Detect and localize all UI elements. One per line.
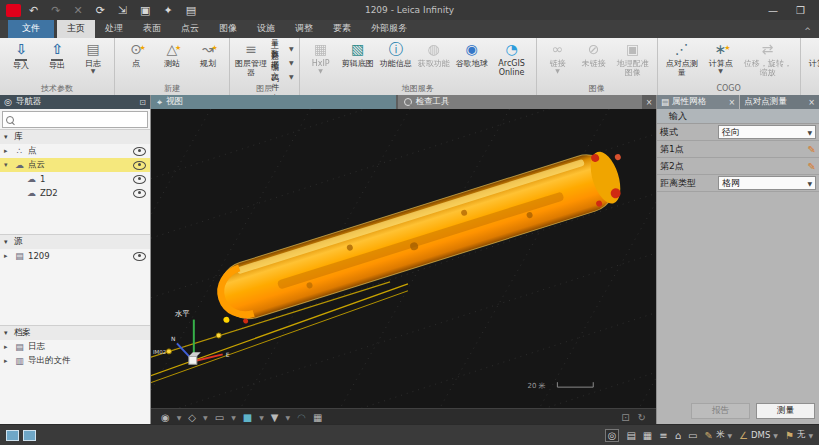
eye-icon[interactable] <box>133 175 146 184</box>
report-icon[interactable]: ▤ <box>186 5 196 16</box>
minimize-button[interactable]: — <box>768 5 778 16</box>
tab-point-clouds[interactable]: 点云 <box>171 20 209 38</box>
layers-icon[interactable]: ≡ <box>659 430 667 441</box>
import-button[interactable]: ⇩ 导入 <box>3 39 39 72</box>
ribbon-collapse-icon[interactable]: ^ <box>804 27 811 36</box>
feature-info-button[interactable]: ⓘ 功能信息 <box>377 39 415 70</box>
new-plan-button[interactable]: ↝ 规划 <box>190 39 226 70</box>
eye-icon[interactable] <box>133 252 146 261</box>
tab-file[interactable]: 文件 <box>8 20 54 38</box>
3d-canvas[interactable]: N E 水平 IM02 20 米 <box>151 109 656 408</box>
close-icon[interactable]: × <box>729 98 736 107</box>
undo-icon[interactable]: ↶ <box>29 5 38 16</box>
mode-dropdown[interactable]: 径向▼ <box>718 125 816 139</box>
grid-view-icon[interactable]: ▦ <box>643 430 652 441</box>
eye-icon[interactable] <box>133 147 146 156</box>
eye-icon[interactable] <box>133 189 146 198</box>
grid-icon[interactable]: ▦ <box>313 412 322 423</box>
tree-section-source[interactable]: ▾源 <box>0 234 150 249</box>
tree-item-cloud-1[interactable]: ☁ 1 <box>0 172 150 186</box>
inspect-icon[interactable]: ▤ <box>626 430 635 441</box>
restore-button[interactable]: ❐ <box>796 5 805 16</box>
redo-icon[interactable]: ↷ <box>51 5 60 16</box>
tools-icon[interactable]: ✦ <box>164 5 173 16</box>
tab-inspect-tools[interactable]: 检查工具 <box>398 95 643 109</box>
window-thumb-icon[interactable] <box>6 430 19 441</box>
new-point-button[interactable]: ⊙ 点 <box>118 39 154 70</box>
tree-item-1209[interactable]: ▸▤ 1209 <box>0 249 150 263</box>
clip-icon[interactable]: ◇ <box>188 412 196 423</box>
reference-folder-dropdown[interactable]: 参考文件夹▼ <box>269 69 296 83</box>
angle-unit-dropdown[interactable]: ∠ DMS▼ <box>739 430 778 441</box>
dock-icon[interactable]: ⊡ <box>139 98 146 107</box>
tab-infrastructure[interactable]: 设施 <box>247 20 285 38</box>
ribbon-group-coordinates: ⌖ 计算项目坐标 ⊛ 坐标系统管理器 坐标 <box>801 38 819 95</box>
delete-icon[interactable]: ✕ <box>73 5 82 16</box>
orbit-icon[interactable]: ↻ <box>638 412 646 423</box>
render-mode-icon[interactable]: ■ <box>243 412 252 423</box>
search-input[interactable] <box>17 114 144 125</box>
tab-adjustments[interactable]: 调整 <box>285 20 323 38</box>
tree-section-library[interactable]: ▾库 <box>0 129 150 144</box>
folder-icon[interactable]: ▭ <box>688 430 697 441</box>
dome-icon[interactable]: ◠ <box>297 412 306 423</box>
pencil-icon[interactable]: ✎ <box>808 144 816 155</box>
station-point[interactable] <box>216 333 221 338</box>
send-to-device-icon[interactable]: ⇲ <box>118 5 127 16</box>
pencil-icon: ✎ <box>705 430 713 441</box>
right-dock: ▤ 属性网格 × 点对点测量 × 输入 模式 径向▼ 第1点 <box>656 95 819 425</box>
tree-item-points[interactable]: ▸∴ 点 <box>0 144 150 158</box>
tab-view[interactable]: ⌖ 视图 <box>151 95 396 109</box>
building-icon[interactable]: ⌂ <box>675 430 681 441</box>
tab-imaging[interactable]: 图像 <box>209 20 247 38</box>
tree-item-point-clouds[interactable]: ▾☁ 点云 <box>0 158 150 172</box>
tree-item-cloud-zd2[interactable]: ☁ ZD2 <box>0 186 150 200</box>
station-point[interactable] <box>166 349 171 354</box>
tab-surfaces[interactable]: 表面 <box>133 20 171 38</box>
tunnel-point-cloud[interactable] <box>208 144 635 330</box>
tree-section-archive[interactable]: ▾档案 <box>0 325 150 340</box>
tab-external-services[interactable]: 外部服务 <box>361 20 417 38</box>
station-label: IM02 <box>153 349 166 355</box>
tab-features[interactable]: 要素 <box>323 20 361 38</box>
point-to-point-header[interactable]: 点对点测量 × <box>740 95 819 109</box>
compute-project-coords-button[interactable]: ⌖ 计算项目坐标 <box>804 39 819 79</box>
compute-point-button[interactable]: ∗ 计算点 ▼ <box>703 39 739 74</box>
filter-icon[interactable]: ▼ <box>271 412 279 423</box>
measure-button[interactable]: 测量 <box>756 403 815 419</box>
flag-dropdown[interactable]: ⚑ 无▼ <box>785 429 813 441</box>
export-icon: ⇧ <box>51 40 63 61</box>
tree-item-exported-files[interactable]: ▸▥ 导出的文件 <box>0 354 150 368</box>
list-icon: ▤ <box>661 97 669 107</box>
sync-icon[interactable]: ⟳ <box>96 5 105 16</box>
eye-icon[interactable] <box>133 161 146 170</box>
property-grid-header[interactable]: ▤ 属性网格 × <box>657 95 739 109</box>
tree-item-journal[interactable]: ▸▤ 日志 <box>0 340 150 354</box>
close-icon[interactable]: × <box>642 95 656 109</box>
view-mode-icon[interactable]: ◉ <box>161 412 170 423</box>
close-icon[interactable]: × <box>808 98 815 107</box>
point-to-point-button[interactable]: ⋰ 点对点测量 <box>661 39 703 79</box>
distance-type-dropdown[interactable]: 格网▼ <box>718 176 816 190</box>
hxip-icon: ▦ <box>314 40 327 59</box>
window-thumb-icon[interactable] <box>23 430 36 441</box>
camera-views-icon[interactable]: ▭ <box>215 412 224 423</box>
navigator-icon[interactable]: ◎ <box>605 429 620 442</box>
distance-unit-dropdown[interactable]: ✎ 米▼ <box>705 429 733 441</box>
file-icon: ▤ <box>14 251 25 261</box>
tab-home[interactable]: 主页 <box>57 20 95 38</box>
layer-manager-button[interactable]: ≡ 图层管理器 <box>233 39 269 79</box>
pencil-icon[interactable]: ✎ <box>808 161 816 172</box>
new-setup-button[interactable]: △ 测站 <box>154 39 190 70</box>
navigator-title: 导航器 <box>16 96 42 108</box>
archive-icon[interactable]: ▣ <box>140 5 150 16</box>
fit-view-icon[interactable]: ⊡ <box>621 412 629 423</box>
google-earth-button[interactable]: ◉ 谷歌地球 <box>453 39 491 70</box>
arcgis-online-button[interactable]: ◔ ArcGIS Online <box>491 39 533 79</box>
georeferenced-images-button: ▣ 地理配准图像 <box>612 39 654 79</box>
origin-cube <box>189 356 197 364</box>
tab-processing[interactable]: 处理 <box>95 20 133 38</box>
clip-basemap-button[interactable]: ▧ 剪辑底图 <box>339 39 377 70</box>
export-button[interactable]: ⇧ 导出 <box>39 39 75 72</box>
journal-button[interactable]: ▤ 日志 ▼ <box>75 39 111 74</box>
